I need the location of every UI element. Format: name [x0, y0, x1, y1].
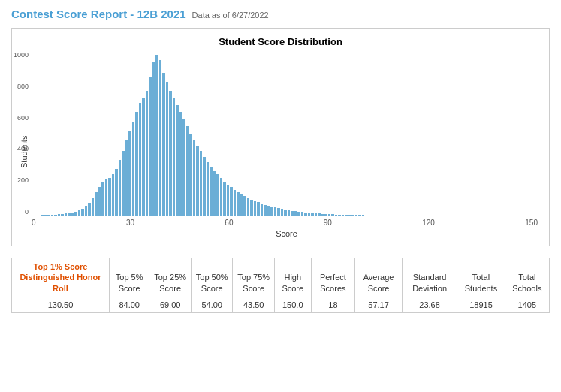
bar-60	[237, 192, 240, 216]
chart-title: Student Score Distribution	[20, 36, 541, 47]
chart-area: Students 0 200 400 600 800 1000 0 30	[20, 51, 541, 238]
bar-79	[301, 212, 304, 216]
bar-44	[182, 119, 185, 216]
bar-20	[101, 182, 104, 216]
bar-97	[362, 215, 365, 216]
bar-24	[115, 169, 118, 216]
bar-88	[331, 214, 334, 216]
bar-59	[234, 190, 237, 216]
stats-value-7: 57.17	[355, 297, 403, 312]
bar-7	[58, 214, 61, 216]
stats-header-row: Top 1% Score Distinguished Honor RollTop…	[12, 258, 550, 297]
bar-58	[230, 187, 233, 216]
x-tick-120: 120	[422, 219, 435, 227]
bar-56	[223, 182, 226, 216]
bar-66	[257, 202, 260, 216]
stats-value-6: 18	[311, 297, 355, 312]
bar-23	[112, 174, 115, 216]
bar-91	[342, 215, 345, 216]
bar-53	[213, 171, 216, 216]
bars-wrapper	[32, 55, 541, 216]
stats-value-5: 150.0	[274, 297, 311, 312]
bar-68	[264, 205, 267, 216]
bar-13	[78, 210, 81, 216]
bar-94	[351, 215, 354, 216]
stats-value-10: 1405	[505, 297, 549, 312]
bar-96	[358, 215, 361, 216]
bar-8	[61, 214, 64, 216]
stats-value-3: 54.00	[191, 297, 233, 312]
stats-header-0: Top 1% Score Distinguished Honor Roll	[12, 258, 110, 297]
stats-header-10: Total Schools	[505, 258, 549, 297]
stats-header-8: Standard Deviation	[402, 258, 457, 297]
bar-40	[169, 91, 172, 216]
stats-value-4: 43.50	[233, 297, 275, 312]
stats-header-2: Top 25% Score	[149, 258, 192, 297]
bar-52	[210, 167, 213, 216]
x-tick-0: 0	[32, 219, 36, 227]
page-header: Contest Score Report - 12B 2021 Data as …	[11, 8, 550, 20]
bar-57	[227, 185, 230, 216]
bar-36	[155, 55, 158, 216]
bar-74	[284, 210, 287, 216]
stats-value-row: 130.5084.0069.0054.0043.50150.01857.1723…	[12, 297, 550, 312]
bar-78	[297, 212, 300, 216]
y-tick-0: 0	[6, 208, 29, 216]
bar-17	[92, 198, 95, 216]
bar-26	[122, 151, 125, 216]
bar-3	[44, 215, 47, 216]
bar-76	[291, 211, 294, 216]
chart-inner: 0 200 400 600 800 1000 0 30 60 90 120 15	[32, 51, 541, 238]
bar-86	[324, 214, 327, 216]
stats-header-4: Top 75% Score	[233, 258, 275, 297]
bar-65	[254, 201, 257, 216]
report-title: Contest Score Report - 12B 2021	[11, 8, 186, 20]
bar-30	[135, 112, 138, 216]
bar-28	[128, 131, 131, 216]
bar-16	[88, 203, 91, 216]
bar-63	[247, 198, 250, 216]
bar-49	[200, 151, 203, 216]
bar-46	[189, 134, 192, 216]
bar-22	[108, 178, 111, 216]
bar-19	[98, 187, 101, 216]
bar-89	[335, 215, 338, 216]
bar-27	[125, 140, 128, 216]
bar-80	[304, 213, 307, 216]
stats-header-5: High Score	[274, 258, 311, 297]
bar-33	[146, 91, 149, 216]
bar-61	[240, 194, 243, 216]
bar-71	[274, 207, 277, 216]
bar-34	[149, 77, 152, 216]
bar-84	[318, 213, 321, 216]
bar-21	[105, 179, 108, 216]
stats-table: Top 1% Score Distinguished Honor RollTop…	[11, 258, 550, 313]
bar-77	[294, 211, 297, 216]
stats-value-0: 130.50	[12, 297, 110, 312]
y-tick-1000: 1000	[6, 51, 29, 59]
stats-value-1: 84.00	[109, 297, 149, 312]
bar-11	[71, 213, 74, 216]
y-ticks: 0 200 400 600 800 1000	[6, 51, 29, 216]
x-axis: 0 30 60 90 120 150	[32, 219, 541, 227]
bar-9	[65, 213, 68, 216]
stats-value-9: 18915	[457, 297, 505, 312]
stats-value-8: 23.68	[402, 297, 457, 312]
bar-82	[311, 213, 314, 216]
bar-18	[95, 192, 98, 216]
x-tick-90: 90	[324, 219, 332, 227]
bar-29	[132, 122, 135, 216]
stats-table-wrapper: Top 1% Score Distinguished Honor RollTop…	[11, 258, 550, 313]
x-tick-60: 60	[225, 219, 233, 227]
bar-54	[216, 174, 219, 216]
bar-42	[176, 105, 179, 216]
bar-75	[288, 210, 291, 216]
bar-10	[68, 213, 71, 216]
stats-header-9: Total Students	[457, 258, 505, 297]
bar-47	[193, 140, 196, 216]
bar-25	[119, 160, 122, 216]
bar-85	[321, 214, 324, 216]
bar-67	[261, 204, 264, 216]
bar-50	[203, 157, 206, 216]
bar-2	[41, 215, 44, 216]
